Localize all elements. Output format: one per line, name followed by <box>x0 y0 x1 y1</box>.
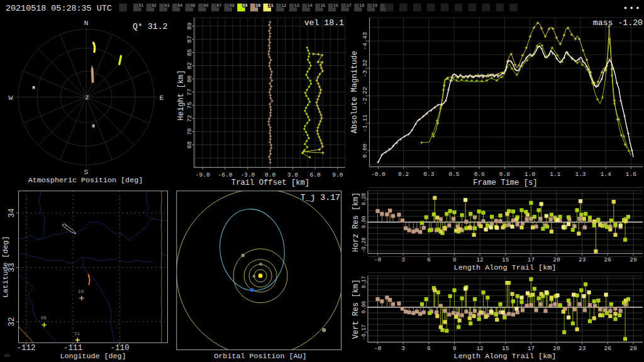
svg-text:13: 13 <box>294 4 299 8</box>
svg-text:80: 80 <box>186 75 193 83</box>
svg-text:1.3: 1.3 <box>575 171 586 178</box>
svg-text:-0: -0 <box>374 345 382 352</box>
svg-text:3: 3 <box>401 345 405 352</box>
svg-text:-0.28: -0.28 <box>361 238 367 253</box>
svg-text:29: 29 <box>630 256 637 263</box>
svg-text:20210518 05:28:35 UTC: 20210518 05:28:35 UTC <box>6 4 112 13</box>
svg-text:E: E <box>160 94 164 102</box>
svg-text:0.2: 0.2 <box>398 171 409 178</box>
svg-text:10: 10 <box>78 289 84 294</box>
svg-text:20: 20 <box>553 256 560 263</box>
svg-text:-0.0: -0.0 <box>371 171 386 178</box>
svg-text:Trail Offset [km]: Trail Offset [km] <box>231 178 309 187</box>
svg-text:Vert Res [km]: Vert Res [km] <box>352 279 360 339</box>
svg-text:32: 32 <box>8 317 16 326</box>
svg-text:Length Along Trail [km]: Length Along Trail [km] <box>454 263 557 272</box>
svg-text:06: 06 <box>203 4 208 8</box>
svg-text:10: 10 <box>255 4 260 8</box>
svg-text:75: 75 <box>186 102 193 109</box>
svg-text:W: W <box>9 94 13 102</box>
svg-text:34: 34 <box>8 208 16 217</box>
svg-text:05: 05 <box>191 4 196 8</box>
svg-text:15: 15 <box>502 345 509 352</box>
svg-text:09: 09 <box>41 315 47 321</box>
svg-text:72: 72 <box>186 115 193 123</box>
svg-text:Longitude [deg]: Longitude [deg] <box>60 352 126 361</box>
svg-text:0.00: 0.00 <box>361 301 367 314</box>
svg-text:14: 14 <box>308 4 313 8</box>
svg-text:89: 89 <box>186 23 193 30</box>
svg-text:vel 18.1: vel 18.1 <box>304 18 344 28</box>
svg-text:-0: -0 <box>374 256 382 263</box>
svg-text:19: 19 <box>372 4 377 8</box>
svg-text:15: 15 <box>320 4 325 8</box>
svg-text:77: 77 <box>186 89 193 96</box>
svg-text:9: 9 <box>453 256 457 263</box>
svg-text:26: 26 <box>604 345 612 352</box>
svg-text:Q* 31.2: Q* 31.2 <box>133 22 167 31</box>
svg-text:0.28: 0.28 <box>361 193 367 206</box>
svg-text:-111: -111 <box>64 344 82 353</box>
svg-text:-3.0: -3.0 <box>240 172 255 178</box>
svg-text:0.00: 0.00 <box>361 216 367 228</box>
svg-text:07: 07 <box>216 4 221 8</box>
svg-text:1.6: 1.6 <box>626 171 636 178</box>
svg-text:23: 23 <box>579 256 586 263</box>
svg-text:6: 6 <box>427 345 431 352</box>
svg-text:70: 70 <box>186 128 193 136</box>
svg-text:12: 12 <box>476 256 484 263</box>
svg-text:Horz Res [km]: Horz Res [km] <box>352 192 360 252</box>
svg-text:9.0: 9.0 <box>332 172 343 178</box>
svg-text:68: 68 <box>186 141 193 149</box>
svg-text:Z: Z <box>86 94 89 101</box>
svg-text:0.5: 0.5 <box>448 171 459 178</box>
svg-text:0.3: 0.3 <box>423 171 434 178</box>
svg-text:23: 23 <box>579 345 586 352</box>
svg-text:9: 9 <box>453 345 457 352</box>
svg-text:mass -1.20: mass -1.20 <box>593 18 643 28</box>
svg-text:3.0: 3.0 <box>287 172 298 178</box>
svg-text:Latitude [deg]: Latitude [deg] <box>1 236 10 297</box>
svg-text:09: 09 <box>242 4 247 8</box>
svg-text:11: 11 <box>74 331 80 336</box>
svg-text:Atmospheric Position [deg]: Atmospheric Position [deg] <box>28 176 143 185</box>
svg-text:12: 12 <box>281 4 286 8</box>
svg-text:-0.17: -0.17 <box>361 324 367 340</box>
svg-text:17: 17 <box>528 256 535 263</box>
svg-text:6: 6 <box>427 256 431 263</box>
svg-text:0.17: 0.17 <box>361 276 367 288</box>
svg-text:Length Along Trail [km]: Length Along Trail [km] <box>454 352 557 361</box>
svg-text:85: 85 <box>186 49 193 57</box>
svg-text:02: 02 <box>152 4 157 8</box>
svg-text:-6.0: -6.0 <box>218 172 233 178</box>
svg-text:11: 11 <box>269 4 274 8</box>
svg-text:Frame Time [s]: Frame Time [s] <box>473 178 537 187</box>
svg-text:03: 03 <box>165 4 170 8</box>
svg-text:0.0: 0.0 <box>265 172 275 178</box>
svg-text:-9.0: -9.0 <box>196 172 210 178</box>
svg-text:M: M <box>32 85 35 90</box>
svg-text:1.4: 1.4 <box>601 171 611 178</box>
svg-text:08: 08 <box>230 4 235 8</box>
svg-text:RMS: RMS <box>4 354 10 358</box>
svg-text:6.0: 6.0 <box>310 172 321 178</box>
svg-text:N: N <box>84 19 89 27</box>
svg-text:18: 18 <box>359 4 364 8</box>
svg-text:82: 82 <box>186 62 193 70</box>
svg-text:1.1: 1.1 <box>550 171 560 178</box>
svg-text:0.8: 0.8 <box>499 171 510 178</box>
svg-text:S: S <box>84 168 89 176</box>
svg-text:Height [km]: Height [km] <box>177 70 186 120</box>
svg-text:3: 3 <box>401 256 405 263</box>
svg-text:T_j 3.17: T_j 3.17 <box>301 193 340 202</box>
svg-text:04: 04 <box>177 4 182 8</box>
svg-text:17: 17 <box>528 345 535 352</box>
svg-text:Orbital Position [AU]: Orbital Position [AU] <box>214 352 306 361</box>
svg-text:20: 20 <box>553 345 560 352</box>
svg-text:26: 26 <box>604 256 612 263</box>
svg-text:12: 12 <box>476 345 484 352</box>
svg-text:-112: -112 <box>16 344 35 353</box>
svg-text:01: 01 <box>138 4 143 8</box>
svg-text:1.0: 1.0 <box>525 171 535 178</box>
svg-text:Absolute Magnitude: Absolute Magnitude <box>350 51 359 134</box>
